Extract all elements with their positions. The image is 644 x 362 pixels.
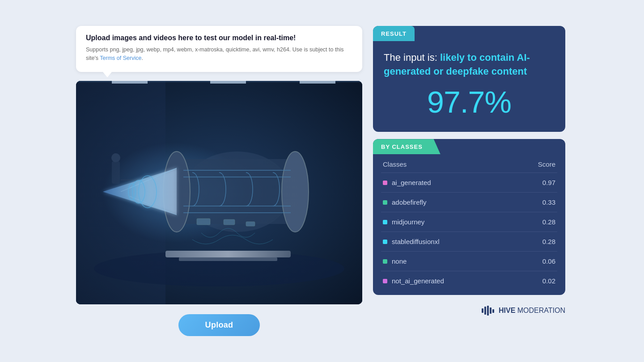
class-name: ai_generated	[392, 179, 431, 186]
class-dot	[383, 181, 387, 185]
table-row: stablediffusionxl 0.28	[381, 232, 557, 252]
class-name: adobefirefly	[392, 198, 427, 206]
classes-table-header: Classes Score	[381, 154, 557, 173]
classes-card: BY CLASSES Classes Score ai_generated 0.…	[373, 139, 565, 295]
image-placeholder	[76, 81, 362, 304]
class-score: 0.06	[542, 257, 555, 265]
table-row: adobefirefly 0.33	[381, 193, 557, 212]
terms-link[interactable]: Terms of Service	[100, 55, 141, 61]
svg-rect-34	[490, 307, 491, 314]
class-score: 0.28	[542, 238, 555, 245]
upload-tooltip: Upload images and videos here to test ou…	[76, 26, 362, 72]
tooltip-title: Upload images and videos here to test ou…	[86, 34, 352, 42]
row-left: none	[383, 257, 407, 265]
class-dot	[383, 259, 387, 264]
image-container	[76, 81, 362, 304]
svg-rect-35	[492, 309, 494, 313]
tooltip-subtitle: Supports png, jpeg, jpg, webp, mp4, webm…	[86, 46, 352, 63]
brand-icon	[482, 306, 494, 316]
row-left: midjourney	[383, 218, 424, 226]
upload-button[interactable]: Upload	[178, 314, 260, 336]
hive-icon	[482, 306, 494, 316]
table-row: ai_generated 0.97	[381, 173, 557, 193]
result-header-text: RESULT	[381, 30, 407, 37]
result-header: RESULT	[373, 26, 415, 41]
class-dot	[383, 279, 387, 283]
class-name: none	[392, 257, 407, 265]
class-name: stablediffusionxl	[392, 238, 439, 245]
class-name: not_ai_generated	[392, 277, 444, 285]
row-left: not_ai_generated	[383, 277, 444, 285]
right-panel: RESULT The input is: likely to contain A…	[373, 26, 565, 316]
svg-rect-32	[484, 307, 486, 315]
brand-text: HIVE MODERATION	[499, 307, 565, 315]
result-card: RESULT The input is: likely to contain A…	[373, 26, 565, 132]
classes-body[interactable]: Classes Score ai_generated 0.97 adobefir…	[373, 154, 565, 295]
turbine-image	[76, 81, 362, 304]
result-description: The input is: likely to contain AI-gener…	[384, 51, 555, 79]
classes-header: BY CLASSES	[373, 139, 441, 154]
footer-brand: HIVE MODERATION	[373, 302, 565, 316]
row-left: ai_generated	[383, 179, 431, 186]
table-row: not_ai_generated 0.02	[381, 271, 557, 290]
svg-rect-33	[487, 306, 489, 316]
result-percentage: 97.7%	[384, 84, 555, 119]
main-container: Upload images and videos here to test ou…	[76, 17, 568, 345]
class-dot	[383, 220, 387, 224]
class-score: 0.33	[542, 198, 555, 206]
table-row: midjourney 0.28	[381, 212, 557, 232]
row-left: adobefirefly	[383, 198, 427, 206]
row-left: stablediffusionxl	[383, 238, 439, 245]
classes-header-text: BY CLASSES	[381, 143, 423, 150]
col-classes-label: Classes	[383, 160, 407, 168]
classes-rows: ai_generated 0.97 adobefirefly 0.33 midj…	[381, 173, 557, 290]
col-score-label: Score	[538, 160, 555, 168]
class-score: 0.28	[542, 218, 555, 226]
class-dot	[383, 240, 387, 244]
svg-rect-30	[76, 81, 362, 304]
svg-rect-31	[482, 308, 483, 313]
class-name: midjourney	[392, 218, 424, 226]
table-row: none 0.06	[381, 252, 557, 271]
class-score: 0.02	[542, 277, 555, 285]
left-panel: Upload images and videos here to test ou…	[76, 26, 362, 337]
class-dot	[383, 200, 387, 205]
class-score: 0.97	[542, 179, 555, 186]
upload-btn-container: Upload	[76, 314, 362, 336]
result-body: The input is: likely to contain AI-gener…	[373, 41, 565, 132]
